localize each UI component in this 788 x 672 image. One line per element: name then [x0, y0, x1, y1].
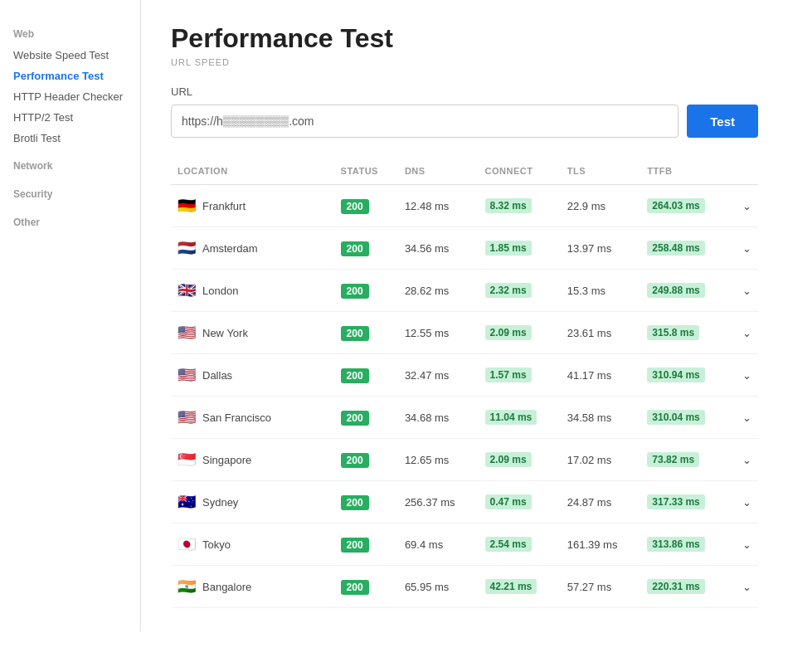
cell-dns: 12.55 ms	[398, 312, 479, 354]
location-name: Tokyo	[202, 538, 231, 551]
connect-value: 11.04 ms	[485, 410, 537, 425]
page-title: Performance Test	[171, 23, 758, 54]
expand-row-button[interactable]: ⌄	[730, 185, 758, 227]
sidebar: WebWebsite Speed TestPerformance TestHTT…	[0, 0, 141, 631]
flag-icon: 🇳🇱	[178, 239, 196, 257]
expand-row-button[interactable]: ⌄	[730, 481, 758, 523]
chevron-down-icon: ⌄	[742, 285, 752, 297]
cell-dns: 28.62 ms	[398, 270, 479, 312]
location-name: Sydney	[202, 496, 238, 509]
cell-tls: 34.58 ms	[561, 397, 641, 439]
cell-location: 🇺🇸Dallas	[171, 354, 334, 397]
table-row: 🇯🇵Tokyo20069.4 ms2.54 ms161.39 ms313.86 …	[171, 523, 758, 566]
connect-value: 1.57 ms	[485, 368, 532, 382]
table-row: 🇮🇳Bangalore20065.95 ms42.21 ms57.27 ms22…	[171, 566, 758, 608]
chevron-down-icon: ⌄	[742, 454, 752, 466]
cell-connect: 2.32 ms	[479, 270, 561, 312]
flag-icon: 🇦🇺	[178, 493, 196, 511]
cell-location: 🇬🇧London	[171, 270, 334, 312]
cell-location: 🇺🇸San Francisco	[171, 397, 334, 439]
cell-status: 200	[334, 270, 398, 312]
ttfb-value: 73.82 ms	[647, 452, 699, 467]
sidebar-item-http-header-checker[interactable]: HTTP Header Checker	[0, 86, 140, 107]
chevron-down-icon: ⌄	[742, 538, 752, 551]
cell-dns: 69.4 ms	[398, 523, 479, 566]
flag-icon: 🇯🇵	[178, 535, 196, 553]
flag-icon: 🇬🇧	[178, 281, 196, 299]
flag-icon: 🇸🇬	[178, 450, 196, 469]
cell-location: 🇳🇱Amsterdam	[171, 227, 334, 270]
location-name: New York	[202, 327, 248, 339]
cell-ttfb: 220.31 ms	[640, 566, 730, 608]
flag-icon: 🇺🇸	[178, 366, 196, 384]
cell-tls: 22.9 ms	[561, 185, 641, 227]
cell-ttfb: 73.82 ms	[640, 439, 730, 481]
cell-status: 200	[334, 312, 398, 354]
sidebar-item-performance-test[interactable]: Performance Test	[0, 66, 140, 86]
cell-dns: 12.48 ms	[398, 185, 479, 227]
table-row: 🇬🇧London20028.62 ms2.32 ms15.3 ms249.88 …	[171, 270, 758, 312]
connect-value: 2.09 ms	[485, 325, 532, 340]
sidebar-item-website-speed-test[interactable]: Website Speed Test	[0, 45, 140, 66]
expand-row-button[interactable]: ⌄	[730, 312, 758, 354]
col-header-connect: CONNECT	[479, 158, 561, 185]
expand-row-button[interactable]: ⌄	[730, 270, 758, 312]
cell-dns: 34.56 ms	[398, 227, 479, 270]
table-row: 🇩🇪Frankfurt20012.48 ms8.32 ms22.9 ms264.…	[171, 185, 758, 227]
cell-dns: 65.95 ms	[398, 566, 479, 608]
page-subtitle: URL SPEED	[171, 57, 758, 67]
status-badge: 200	[341, 199, 369, 214]
cell-tls: 23.61 ms	[561, 312, 641, 354]
url-section: URL Test	[171, 85, 758, 138]
cell-dns: 32.47 ms	[398, 354, 479, 397]
cell-tls: 161.39 ms	[561, 523, 641, 566]
cell-status: 200	[334, 227, 398, 270]
expand-row-button[interactable]: ⌄	[730, 227, 758, 270]
expand-row-button[interactable]: ⌄	[730, 523, 758, 566]
cell-ttfb: 317.33 ms	[640, 481, 730, 523]
main-content: Performance Test URL SPEED URL Test LOCA…	[141, 0, 788, 631]
cell-connect: 42.21 ms	[479, 566, 561, 608]
location-name: Frankfurt	[202, 200, 246, 212]
sidebar-group-security: Security	[0, 177, 140, 205]
ttfb-value: 310.04 ms	[647, 410, 704, 425]
cell-location: 🇯🇵Tokyo	[171, 523, 334, 566]
cell-location: 🇩🇪Frankfurt	[171, 185, 334, 227]
chevron-down-icon: ⌄	[742, 411, 752, 424]
expand-row-button[interactable]: ⌄	[730, 397, 758, 439]
sidebar-item-http2-test[interactable]: HTTP/2 Test	[0, 107, 140, 128]
table-row: 🇦🇺Sydney200256.37 ms0.47 ms24.87 ms317.3…	[171, 481, 758, 523]
cell-ttfb: 310.04 ms	[640, 397, 730, 439]
cell-location: 🇦🇺Sydney	[171, 481, 334, 523]
sidebar-item-brotli-test[interactable]: Brotli Test	[0, 128, 140, 149]
cell-status: 200	[334, 185, 398, 227]
expand-row-button[interactable]: ⌄	[730, 566, 758, 608]
expand-row-button[interactable]: ⌄	[730, 354, 758, 397]
location-name: Singapore	[202, 454, 251, 466]
test-button[interactable]: Test	[687, 105, 758, 138]
sidebar-group-web: Web	[0, 17, 140, 45]
ttfb-value: 310.94 ms	[647, 368, 704, 382]
status-badge: 200	[341, 453, 369, 468]
chevron-down-icon: ⌄	[742, 327, 752, 339]
cell-ttfb: 315.8 ms	[640, 312, 730, 354]
status-badge: 200	[341, 368, 369, 383]
flag-icon: 🇩🇪	[178, 197, 196, 215]
cell-ttfb: 258.48 ms	[640, 227, 730, 270]
chevron-down-icon: ⌄	[742, 369, 752, 382]
table-row: 🇺🇸San Francisco20034.68 ms11.04 ms34.58 …	[171, 397, 758, 439]
url-label: URL	[171, 85, 758, 98]
location-name: London	[202, 285, 238, 297]
connect-value: 42.21 ms	[485, 579, 537, 594]
sidebar-group-network: Network	[0, 149, 140, 177]
table-body: 🇩🇪Frankfurt20012.48 ms8.32 ms22.9 ms264.…	[171, 185, 758, 608]
results-table: LOCATIONSTATUSDNSCONNECTTLSTTFB 🇩🇪Frankf…	[171, 158, 758, 608]
location-name: Amsterdam	[202, 242, 257, 255]
connect-value: 2.32 ms	[485, 283, 532, 298]
chevron-down-icon: ⌄	[742, 581, 752, 593]
cell-status: 200	[334, 566, 398, 608]
status-badge: 200	[341, 411, 369, 426]
expand-row-button[interactable]: ⌄	[730, 439, 758, 481]
url-input[interactable]	[171, 105, 679, 138]
cell-tls: 57.27 ms	[561, 566, 641, 608]
